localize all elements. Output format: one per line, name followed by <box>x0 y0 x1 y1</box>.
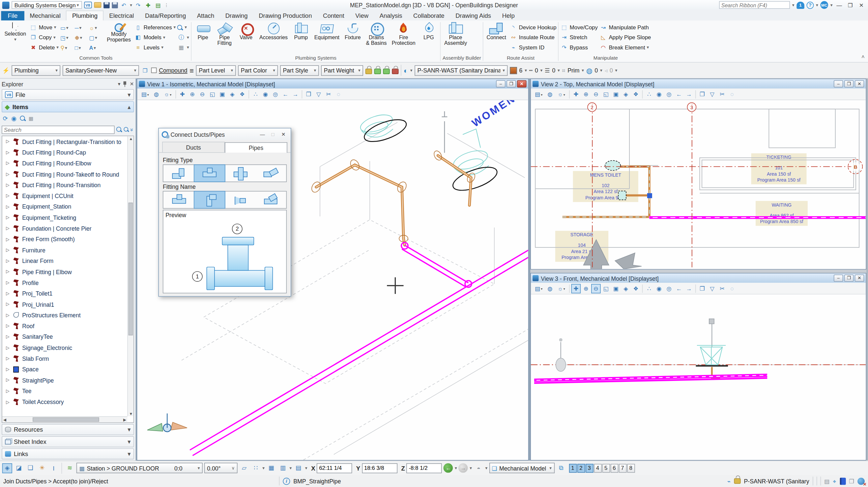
dialog-title-bar[interactable]: Connect Ducts/Pipes <box>159 128 291 140</box>
delete-button[interactable]: Delete <box>29 42 59 52</box>
connect-button[interactable]: Connect <box>485 22 508 41</box>
undo-chevron-icon[interactable] <box>130 3 132 7</box>
part-weight-select[interactable]: Part Weight <box>321 65 363 75</box>
view-display-icon[interactable] <box>532 89 545 99</box>
expand-icon[interactable] <box>6 269 10 274</box>
walk-icon[interactable] <box>251 89 260 99</box>
tree-item[interactable]: Toilet Accessory <box>2 396 133 407</box>
tree-item[interactable]: ProStructures Element <box>2 310 133 321</box>
tree-item[interactable]: Equipment_Station <box>2 201 133 212</box>
place-block-button[interactable] <box>89 33 103 42</box>
rotate-view-icon[interactable] <box>621 284 631 293</box>
clip-mask-icon[interactable] <box>717 89 727 99</box>
insulate-route-button[interactable]: Insulate Route <box>509 33 556 42</box>
snap-mode-icon[interactable] <box>251 463 261 473</box>
copy-view-icon[interactable] <box>304 89 313 99</box>
connect-ducts-pipes-dialog[interactable]: Connect Ducts/Pipes Ducts Pipes <box>158 128 291 297</box>
view-minimize-button[interactable] <box>834 81 843 88</box>
fitting-name-option[interactable] <box>194 191 225 208</box>
dialog-minimize-button[interactable] <box>258 130 267 138</box>
search-chevron-icon[interactable] <box>792 3 795 7</box>
z-coordinate-input[interactable] <box>407 463 442 473</box>
ribbon-tab[interactable]: Drawing Aids <box>450 11 496 21</box>
tree-item[interactable]: Linear Form <box>2 255 133 266</box>
save-icon[interactable] <box>103 2 110 8</box>
plumbing-tool-button[interactable]: Pipe <box>193 22 213 41</box>
items-search-input[interactable] <box>2 125 115 133</box>
undo-icon[interactable] <box>120 1 128 9</box>
workspace-selector[interactable]: Building Systems Design <box>11 1 82 9</box>
tree-item[interactable]: Equipment_Ticketing <box>2 212 133 223</box>
floor-select[interactable]: Station > GROUND FLOOR 0:0 <box>76 463 203 473</box>
accusnap-icon[interactable] <box>14 463 24 473</box>
copy-view-icon[interactable] <box>698 284 707 293</box>
zoom-in-icon[interactable] <box>581 89 591 99</box>
x-coordinate-input[interactable] <box>317 463 352 473</box>
scroll-right-icon[interactable] <box>123 418 126 422</box>
view-next-icon[interactable] <box>684 284 694 293</box>
scroll-up-icon[interactable] <box>129 137 133 141</box>
active-view-style-icon[interactable] <box>473 463 484 473</box>
zoom-out-icon[interactable] <box>198 89 207 99</box>
displayset-icon[interactable] <box>727 284 737 293</box>
account-chevron-icon[interactable] <box>831 3 833 7</box>
zoom-out-icon[interactable] <box>591 89 601 99</box>
expand-icon[interactable] <box>6 183 10 187</box>
tool-info-icon[interactable]: i <box>283 478 290 485</box>
selection-chevron-icon[interactable] <box>14 37 17 42</box>
chevron-down-icon[interactable] <box>127 450 130 458</box>
plumbing-tool-button[interactable]: Fire Protection <box>390 22 417 47</box>
view-display-icon[interactable] <box>139 89 151 99</box>
tree-item[interactable]: Space <box>2 364 133 375</box>
view-toggle-button[interactable]: 5 <box>602 464 610 473</box>
view-close-button[interactable] <box>855 274 864 282</box>
panel-menu-icon[interactable] <box>118 81 121 87</box>
expand-icon[interactable] <box>6 280 10 285</box>
window-area-icon[interactable] <box>601 284 611 293</box>
view-restore-button[interactable] <box>844 81 854 88</box>
view-display-icon[interactable] <box>532 284 545 293</box>
selection-button[interactable]: Selection <box>3 22 28 43</box>
tree-item[interactable]: Tee <box>2 386 133 396</box>
view-toggle-button[interactable]: 8 <box>627 464 635 473</box>
fitting-name-option[interactable] <box>163 191 194 208</box>
displayset-icon[interactable] <box>334 89 343 99</box>
tree-item[interactable]: Proj_Toilet1 <box>2 288 133 299</box>
plumbing-tool-button[interactable]: Drains & Basins <box>365 22 389 47</box>
view-toggle-button[interactable]: 7 <box>619 464 626 473</box>
angle-input[interactable]: 0.00° <box>204 463 238 473</box>
clear-override-icon[interactable] <box>571 284 581 293</box>
view-toggle-button[interactable]: 6 <box>610 464 618 473</box>
ribbon-tab[interactable]: Attach <box>191 11 220 21</box>
clipboard-status-icon[interactable] <box>849 478 854 484</box>
fwd-chevron-icon[interactable] <box>470 465 472 470</box>
line-style-icon[interactable] <box>529 67 533 73</box>
part-style-select[interactable]: Part Style <box>280 65 319 75</box>
plumbing-tool-button[interactable]: Equipment <box>313 22 341 41</box>
tree-item[interactable]: Equipment | CCUnit <box>2 190 133 201</box>
scroll-down-icon[interactable] <box>129 412 133 416</box>
tree-horizontal-scrollbar[interactable] <box>2 416 127 422</box>
lighting-icon[interactable] <box>162 89 174 99</box>
view-toggle-button[interactable]: 2 <box>577 464 585 473</box>
copy-view-icon[interactable] <box>698 89 707 99</box>
displayset-icon[interactable] <box>727 89 737 99</box>
plumbing-tool-button[interactable]: Pipe Fitting <box>215 22 234 47</box>
element-info-button[interactable] <box>89 23 103 33</box>
dialog-close-button[interactable] <box>279 130 288 138</box>
expand-icon[interactable] <box>6 237 10 242</box>
selection-set-icon[interactable] <box>824 478 830 484</box>
measure-button[interactable] <box>75 23 89 33</box>
presentation-icon[interactable] <box>152 89 161 99</box>
pan-view-icon[interactable] <box>238 89 247 99</box>
tree-item[interactable]: Signage_Electronic <box>2 342 133 353</box>
explorer-section-file[interactable]: V8 File <box>2 89 134 100</box>
lighting-icon[interactable] <box>555 284 567 293</box>
view2-title-bar[interactable]: View 2 - Top, Mechanical Model [Displays… <box>531 79 866 89</box>
view1-title-bar[interactable]: View 1 - Isometric, Mechanical Model [Di… <box>137 79 528 89</box>
expand-icon[interactable] <box>6 324 10 329</box>
markup-notes-icon[interactable] <box>840 478 845 485</box>
view-previous-icon[interactable] <box>281 89 290 99</box>
view-groups-icon[interactable] <box>556 463 566 473</box>
expand-icon[interactable] <box>6 399 10 404</box>
